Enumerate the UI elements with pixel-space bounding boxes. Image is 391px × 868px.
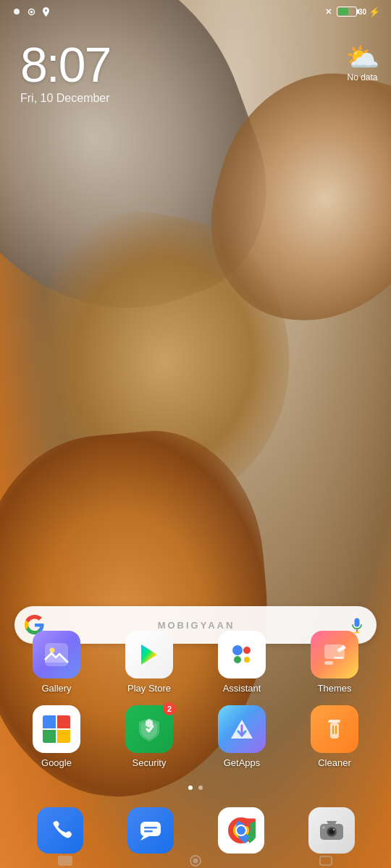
app-row-2: Google 2 Security (10, 705, 381, 768)
nav-back[interactable] (51, 856, 80, 866)
nav-home[interactable] (181, 856, 210, 866)
camera-status-icon (26, 7, 36, 17)
svg-point-11 (234, 656, 241, 663)
app-playstore[interactable]: Play Store (110, 631, 188, 694)
dock-camera-icon (308, 807, 355, 854)
security-badge: 2 (163, 702, 176, 715)
app-themes[interactable]: Themes (295, 631, 374, 694)
svg-marker-8 (141, 644, 157, 665)
search-watermark: MOBIGYAAN (51, 620, 342, 631)
page-dot-2[interactable] (198, 786, 203, 790)
app-google-label: Google (41, 757, 72, 768)
time-section: 8:07 Fri, 10 December (20, 40, 110, 105)
app-security-icon-wrap: 2 (125, 705, 173, 753)
app-playstore-icon (125, 631, 173, 678)
svg-rect-37 (58, 856, 72, 866)
gallery-svg (43, 641, 70, 668)
themes-svg (321, 641, 348, 668)
messages-svg (138, 817, 164, 843)
google-grid (43, 715, 70, 743)
dock-camera[interactable] (308, 807, 355, 854)
app-grid: Gallery (0, 631, 391, 774)
x-icon: ✕ (324, 7, 334, 17)
svg-point-0 (14, 9, 20, 14)
app-getapps-label: GetApps (224, 757, 261, 768)
svg-rect-24 (140, 822, 161, 836)
svg-point-35 (332, 829, 334, 830)
phone-svg (48, 818, 72, 843)
nav-recent[interactable] (311, 856, 340, 866)
app-gallery-icon-wrap (33, 631, 80, 678)
dock-chrome[interactable] (218, 807, 264, 854)
getapps-svg (228, 715, 256, 743)
battery-indicator: 30 (337, 7, 366, 17)
app-assistant-label: Assistant (223, 683, 261, 694)
svg-point-30 (237, 826, 245, 835)
status-right: ✕ 30 ⚡ (324, 7, 379, 17)
app-themes-icon (311, 631, 358, 678)
assistant-svg (227, 640, 256, 669)
svg-point-10 (243, 647, 251, 654)
page-dot-1[interactable] (188, 786, 193, 790)
app-google-icon (33, 705, 80, 753)
dock-phone-icon (37, 807, 83, 854)
app-assistant[interactable]: Assistant (203, 631, 281, 694)
weather-status: No data (345, 72, 379, 82)
svg-rect-26 (144, 830, 153, 833)
svg-rect-25 (144, 827, 157, 829)
battery-percentage: 30 (358, 8, 366, 16)
svg-point-9 (232, 645, 243, 655)
app-playstore-label: Play Store (127, 683, 171, 694)
app-assistant-icon (218, 631, 266, 678)
app-cleaner-icon (311, 705, 358, 753)
nav-bar (0, 854, 391, 868)
app-gallery-label: Gallery (41, 683, 71, 694)
svg-point-36 (322, 826, 325, 829)
app-assistant-icon-wrap (218, 631, 266, 678)
app-security[interactable]: 2 Security (110, 705, 188, 768)
status-bar: ✕ 30 ⚡ (0, 0, 391, 23)
camera-svg (318, 817, 345, 844)
app-getapps-icon-wrap (218, 705, 266, 753)
svg-rect-21 (332, 726, 334, 734)
svg-rect-15 (334, 657, 344, 659)
nav-recent-icon (319, 856, 332, 866)
app-themes-label: Themes (318, 683, 352, 694)
svg-point-3 (45, 9, 47, 12)
app-security-label: Security (133, 757, 167, 768)
dock (14, 807, 377, 854)
app-themes-icon-wrap (311, 631, 358, 678)
svg-rect-6 (45, 643, 68, 666)
nav-back-icon (58, 856, 72, 866)
app-row-1: Gallery (10, 631, 381, 694)
app-playstore-icon-wrap (125, 631, 173, 678)
svg-point-12 (244, 657, 250, 663)
svg-rect-40 (320, 856, 332, 865)
dock-messages[interactable] (127, 807, 174, 854)
app-cleaner[interactable]: Cleaner (295, 705, 374, 768)
clock-time: 8:07 (20, 40, 110, 89)
nav-home-icon (190, 855, 201, 867)
charging-icon: ⚡ (369, 7, 379, 17)
dock-chrome-icon (218, 807, 264, 854)
svg-point-34 (329, 830, 334, 834)
dock-messages-icon (127, 807, 174, 854)
weather-widget[interactable]: ⛅ No data (345, 43, 379, 82)
app-cleaner-label: Cleaner (318, 757, 351, 768)
app-google-icon-wrap (33, 705, 80, 753)
app-gallery[interactable]: Gallery (17, 631, 96, 694)
svg-point-7 (50, 648, 55, 653)
status-left (12, 7, 51, 17)
dock-phone[interactable] (37, 807, 83, 854)
chrome-svg (227, 816, 256, 845)
app-google[interactable]: Google (17, 705, 96, 768)
app-getapps-icon (218, 705, 266, 753)
svg-point-39 (193, 859, 198, 864)
notification-dot-icon (12, 7, 22, 17)
svg-rect-14 (324, 661, 333, 665)
svg-point-2 (30, 10, 33, 13)
battery-fill (338, 8, 348, 15)
app-getapps[interactable]: GetApps (203, 705, 281, 768)
security-svg (135, 715, 163, 743)
app-gallery-icon (33, 631, 80, 678)
